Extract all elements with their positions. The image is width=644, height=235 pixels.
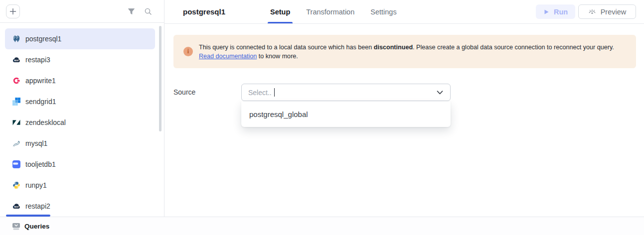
banner-bold-text: discontinued [374, 44, 413, 51]
chevron-down-icon[interactable] [437, 91, 443, 95]
tab-transformation[interactable]: Transformation [305, 0, 355, 23]
query-item-label: sendgrid1 [25, 98, 56, 106]
svg-text:REST: REST [14, 206, 19, 208]
banner-line-2: Read documentation to know more. [199, 53, 298, 60]
queries-panel-label[interactable]: Queries [24, 223, 49, 230]
source-select: Select.. postgresql_global [241, 84, 451, 101]
query-item-tooljetdb1[interactable]: tooljetdb1 [5, 154, 155, 175]
run-button-label: Run [554, 8, 568, 16]
query-item-runpy1[interactable]: runpy1 [5, 175, 155, 196]
option-postgresql-global[interactable]: postgresql_global [241, 102, 451, 127]
python-icon [12, 181, 20, 189]
query-list: postgresql1 REST restapi3 appwrite1 [0, 23, 164, 217]
query-item-label: postgresql1 [25, 35, 61, 43]
preview-button[interactable]: Preview [578, 4, 636, 19]
query-item-zendesklocal[interactable]: zendesklocal [5, 112, 155, 133]
tab-settings[interactable]: Settings [369, 0, 397, 23]
rest-api-icon: REST [12, 202, 20, 210]
search-icon [144, 7, 152, 15]
query-main-panel: postgresql1 Setup Transformation Setting… [164, 0, 644, 217]
query-item-postgresql1[interactable]: postgresql1 [5, 28, 155, 49]
filter-queries-button[interactable] [125, 5, 138, 18]
rest-api-icon: REST [12, 56, 20, 64]
query-item-appwrite1[interactable]: appwrite1 [5, 70, 155, 91]
queries-panel-icon [12, 222, 20, 231]
text-cursor [274, 88, 275, 97]
sidebar-scrollbar[interactable] [159, 26, 161, 131]
source-label: Source [173, 84, 241, 101]
query-item-mysql1[interactable]: mysql1 [5, 133, 155, 154]
queries-bottom-bar: Queries [0, 217, 644, 235]
query-item-label: restapi3 [25, 56, 50, 64]
query-header: postgresql1 Setup Transformation Setting… [164, 0, 644, 24]
query-item-label: mysql1 [25, 139, 47, 147]
main-row: postgresql1 REST restapi3 appwrite1 [0, 0, 644, 217]
play-icon [543, 9, 549, 15]
query-item-restapi2[interactable]: REST restapi2 [5, 196, 155, 217]
query-sidebar: postgresql1 REST restapi3 appwrite1 [0, 0, 164, 217]
tooljetdb-icon [12, 160, 20, 168]
info-icon: i [183, 47, 193, 56]
query-item-label: zendesklocal [25, 118, 66, 126]
banner-text: This query is connected to a local data … [199, 43, 614, 61]
source-field-row: Source Select.. postgresql_global [173, 84, 636, 101]
discontinued-warning-banner: i This query is connected to a local dat… [173, 35, 636, 68]
appwrite-icon [12, 77, 20, 85]
query-item-label: runpy1 [25, 181, 47, 189]
select-placeholder: Select.. [248, 89, 272, 97]
sendgrid-icon [12, 98, 20, 106]
sidebar-header [0, 0, 164, 23]
svg-text:REST: REST [14, 60, 19, 62]
source-select-input[interactable]: Select.. [241, 84, 451, 101]
setup-tab-content: i This query is connected to a local dat… [164, 24, 644, 217]
add-query-button[interactable] [6, 4, 20, 18]
eye-icon [588, 8, 596, 15]
filter-icon [128, 8, 135, 15]
plus-icon [9, 8, 16, 15]
source-dropdown-menu: postgresql_global [241, 102, 451, 127]
mysql-icon [12, 139, 20, 147]
query-title: postgresql1 [164, 0, 269, 23]
query-item-restapi3[interactable]: REST restapi3 [5, 49, 155, 70]
panel-resize-indicator[interactable] [6, 215, 50, 217]
query-item-label: restapi2 [25, 202, 50, 210]
search-queries-button[interactable] [142, 5, 155, 18]
read-documentation-link[interactable]: Read documentation [199, 53, 257, 60]
query-item-sendgrid1[interactable]: sendgrid1 [5, 91, 155, 112]
query-tabs: Setup Transformation Settings [269, 0, 398, 23]
query-editor-app: postgresql1 REST restapi3 appwrite1 [0, 0, 644, 235]
tab-setup[interactable]: Setup [269, 0, 291, 23]
preview-button-label: Preview [601, 8, 627, 16]
banner-line-1: This query is connected to a local data … [199, 43, 614, 52]
zendesk-icon [12, 118, 20, 126]
query-item-label: appwrite1 [25, 77, 56, 85]
query-item-label: tooljetdb1 [25, 160, 56, 168]
postgresql-icon [12, 35, 20, 43]
run-button[interactable]: Run [536, 4, 575, 19]
header-actions: Run Preview [536, 0, 644, 23]
